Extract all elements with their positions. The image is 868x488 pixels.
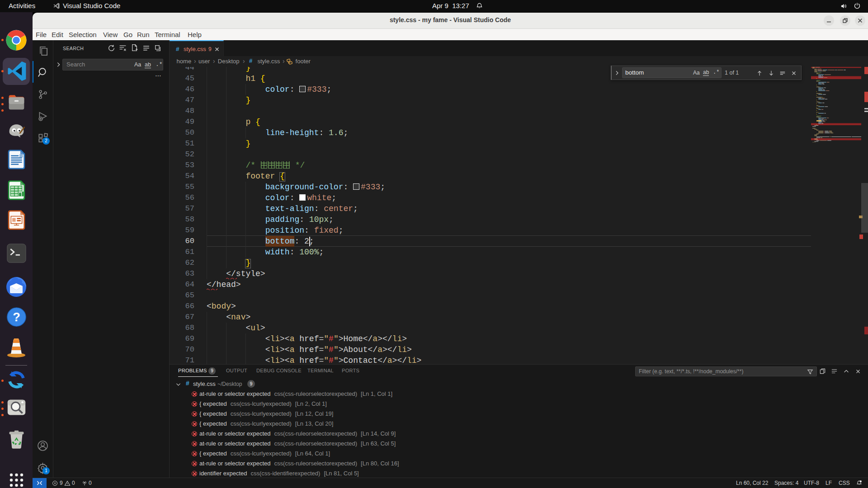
svg-text:?: ? [13,310,20,324]
